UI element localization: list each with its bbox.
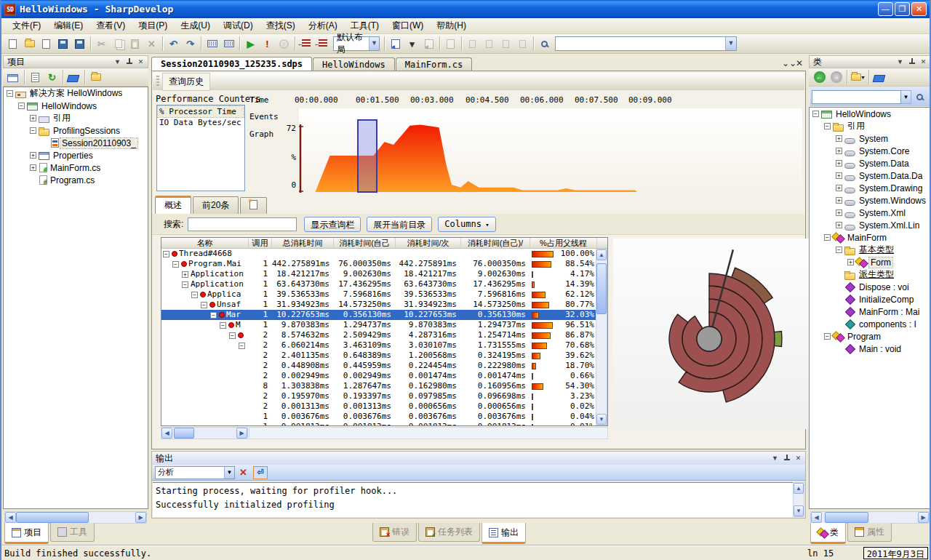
document-tab-2[interactable]: MainForm.cs	[396, 57, 472, 71]
comment-button[interactable]	[442, 36, 459, 52]
collapse-icon[interactable]: −	[824, 123, 831, 129]
bookmark-toggle-button[interactable]	[464, 36, 481, 52]
scroll-down-icon[interactable]: ▼	[794, 505, 804, 516]
output-vscrollbar[interactable]: ▲ ▼	[793, 482, 804, 517]
scroll-up-icon[interactable]: ▲	[794, 483, 804, 494]
columns-dropdown[interactable]: Columns	[438, 217, 495, 232]
collapse-icon[interactable]: −	[812, 111, 819, 117]
back-button[interactable]: ←	[811, 69, 828, 85]
class-tree-item-11[interactable]: −基本类型	[810, 244, 930, 256]
class-tree-item-12[interactable]: +Form	[810, 256, 930, 268]
new-view-tab[interactable]	[240, 197, 267, 214]
run-no-debug-button[interactable]: !	[259, 36, 276, 52]
project-panel-hscrollbar[interactable]: ◀ ▶	[4, 511, 147, 524]
copy-button[interactable]	[110, 36, 127, 52]
class-tree-item-0[interactable]: −HelloWindows	[810, 108, 930, 120]
panel-menu-icon[interactable]: ▼	[113, 57, 122, 67]
paste-button[interactable]	[127, 36, 143, 52]
collapse-icon[interactable]: −	[7, 90, 13, 97]
bookmark-next-button[interactable]	[498, 36, 514, 52]
rebuild-button[interactable]	[220, 36, 237, 52]
collapse-icon[interactable]: −	[836, 247, 842, 253]
collapse-icon[interactable]: −	[191, 292, 198, 298]
class-tree-item-4[interactable]: +System.Data	[810, 157, 930, 169]
table-vscrollbar[interactable]: ▲ ▼	[596, 249, 607, 425]
scroll-right-icon[interactable]: ▶	[236, 428, 247, 439]
clear-output-button[interactable]: ✕	[235, 465, 252, 481]
properties-button[interactable]	[5, 69, 22, 85]
collapse-icon[interactable]: −	[18, 103, 25, 109]
menu-item-3[interactable]: 项目(P)	[132, 18, 174, 33]
left-dock-tab-1[interactable]: 工具	[50, 523, 95, 542]
class-tree-item-2[interactable]: +System	[810, 132, 930, 145]
center-dock-tab-2[interactable]: 输出	[482, 523, 526, 544]
open-folder-dropdown[interactable]: ▾	[850, 69, 866, 85]
build-button[interactable]	[204, 36, 220, 52]
class-tree-item-5[interactable]: +System.Data.Da	[810, 169, 930, 182]
scroll-left-icon[interactable]: ◀	[161, 428, 172, 439]
column-header-3[interactable]: 消耗时间(自己	[334, 238, 396, 248]
class-tree-item-8[interactable]: +System.Xml	[810, 207, 930, 219]
output-category-combo[interactable]: 分析 ▼	[155, 466, 235, 479]
layout-combo[interactable]: 默认布局▼	[333, 36, 380, 51]
bookmark-prev-button[interactable]	[481, 36, 498, 52]
table-row[interactable]: 20.448908ms0.445959ms0.224454ms0.222980m…	[161, 361, 596, 371]
collapse-icon[interactable]: −	[182, 281, 188, 288]
table-row[interactable]: −28.574632ms2.509429ms4.287316ms1.254714…	[161, 330, 596, 340]
table-row[interactable]: −Application163.643730ms17.436295ms63.64…	[161, 279, 596, 289]
expand-icon[interactable]: +	[836, 135, 842, 142]
refresh-page-button[interactable]	[27, 69, 44, 85]
time-selection-rect[interactable]	[358, 120, 377, 192]
chevron-down-icon[interactable]: ▼	[725, 37, 736, 50]
tab-overflow-button[interactable]: ⌄⌄	[782, 58, 796, 68]
table-row[interactable]: −M19.870383ms1.294737ms9.870383ms1.29473…	[161, 320, 596, 330]
search-input[interactable]	[188, 217, 297, 231]
class-tree-item-16[interactable]: MainForm : Mai	[810, 305, 930, 318]
table-row[interactable]: 10.001813ms0.001813ms0.001813ms0.001813m…	[161, 422, 596, 425]
menu-item-2[interactable]: 查看(V)	[89, 18, 132, 33]
scroll-left-icon[interactable]: ◀	[811, 512, 822, 523]
expand-icon[interactable]: +	[836, 222, 842, 228]
collapse-icon[interactable]: −	[229, 332, 236, 339]
menu-item-9[interactable]: 窗口(W)	[385, 18, 430, 33]
pin-icon[interactable]	[907, 57, 916, 67]
close-icon[interactable]: ✕	[136, 57, 145, 67]
save-button[interactable]	[55, 36, 71, 52]
project-tree-item-1[interactable]: −HelloWindows	[4, 100, 148, 112]
class-tree-item-14[interactable]: Dispose : voi	[810, 281, 930, 293]
class-tree-item-19[interactable]: Main : void	[810, 343, 930, 355]
class-tree-item-7[interactable]: +System.Windows	[810, 194, 930, 207]
profile-stop-button[interactable]	[314, 36, 331, 52]
class-search-input[interactable]	[812, 90, 901, 104]
forward-button[interactable]: →	[828, 69, 844, 85]
ring-diagram[interactable]	[613, 239, 811, 429]
menu-item-5[interactable]: 调试(D)	[217, 18, 260, 33]
refresh-button[interactable]: ↻	[44, 69, 60, 85]
right-dock-tab-1[interactable]: 属性	[847, 523, 892, 542]
view-tab-0[interactable]: 概述	[155, 196, 191, 214]
right-dock-tab-0[interactable]: 类	[810, 523, 846, 544]
class-tree-item-13[interactable]: 派生类型	[810, 268, 930, 281]
table-row[interactable]: 81.303838ms1.287647ms0.162980ms0.160956m…	[161, 381, 596, 391]
column-header-5[interactable]: 消耗时间(自己)/	[461, 238, 530, 248]
word-wrap-toggle[interactable]: ⏎	[253, 466, 268, 479]
expand-icon[interactable]: +	[30, 164, 36, 171]
bookmark-clear-button[interactable]	[514, 36, 531, 52]
project-tree-item-2[interactable]: +引用	[4, 112, 148, 124]
stop-button[interactable]: 0	[276, 36, 292, 52]
project-tree-item-3[interactable]: −ProfilingSessions	[4, 124, 148, 137]
class-tree-item-18[interactable]: −Program	[810, 330, 930, 343]
nav-forward-button[interactable]	[420, 36, 437, 52]
center-dock-tab-0[interactable]: 错误	[372, 523, 417, 542]
collapse-icon[interactable]: −	[824, 234, 831, 241]
scroll-right-icon[interactable]: ▶	[135, 512, 146, 523]
left-dock-tab-0[interactable]: 项目	[4, 523, 49, 544]
center-dock-tab-1[interactable]: 任务列表	[418, 523, 480, 542]
class-panel-hscrollbar[interactable]: ◀ ▶	[810, 511, 930, 524]
quick-search-button[interactable]	[536, 36, 553, 52]
document-tab-1[interactable]: HelloWindows	[313, 57, 395, 71]
class-tree-item-1[interactable]: −引用	[810, 120, 930, 132]
menu-item-10[interactable]: 帮助(H)	[430, 18, 473, 33]
counter-item-1[interactable]: IO Data Bytes/sec	[158, 117, 244, 128]
chevron-down-icon[interactable]: ▼	[901, 90, 911, 104]
